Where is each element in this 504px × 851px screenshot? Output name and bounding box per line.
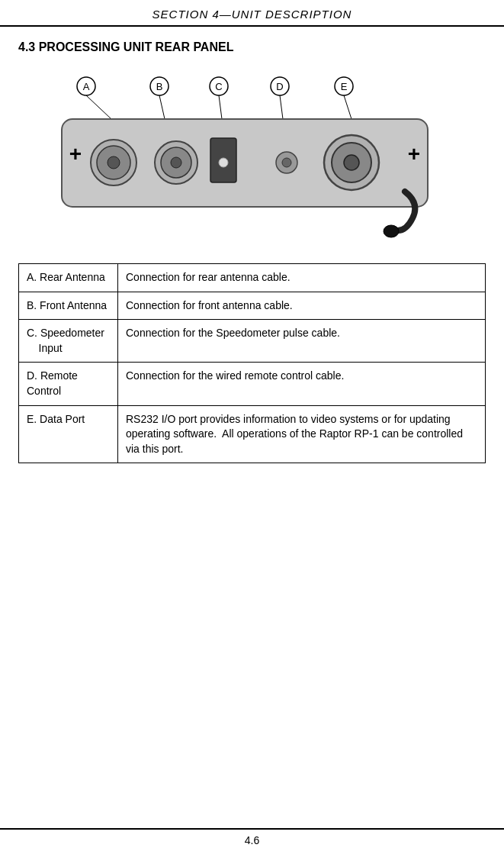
table-row: E. Data PortRS232 I/O port provides info… bbox=[19, 405, 486, 463]
table-row: A. Rear AntennaConnection for rear anten… bbox=[19, 264, 486, 292]
svg-text:D: D bbox=[276, 81, 283, 92]
svg-line-12 bbox=[219, 95, 222, 119]
page-number: 4.6 bbox=[245, 834, 259, 846]
table-cell-label: D. Remote Control bbox=[19, 363, 118, 405]
svg-line-11 bbox=[159, 95, 165, 119]
table-cell-description: Connection for the wired remote control … bbox=[118, 363, 486, 405]
rear-panel-diagram: A B C D E + + bbox=[47, 69, 458, 245]
svg-line-13 bbox=[280, 95, 283, 119]
svg-line-14 bbox=[344, 95, 352, 119]
svg-point-31 bbox=[384, 225, 399, 237]
table-row: B. Front AntennaConnection for front ant… bbox=[19, 292, 486, 320]
svg-point-23 bbox=[171, 157, 181, 168]
diagram-container: A B C D E + + bbox=[18, 69, 486, 245]
svg-text:B: B bbox=[156, 81, 162, 92]
page-footer: 4.6 bbox=[0, 828, 504, 851]
page-header: SECTION 4—UNIT DESCRIPTION bbox=[0, 0, 504, 27]
svg-text:+: + bbox=[69, 142, 81, 166]
svg-point-30 bbox=[344, 155, 359, 170]
table-cell-description: Connection for front antenna cable. bbox=[118, 292, 486, 320]
svg-line-10 bbox=[86, 95, 111, 119]
table-cell-label: C. Speedometer Input bbox=[19, 320, 118, 363]
table-cell-label: B. Front Antenna bbox=[19, 292, 118, 320]
main-content: 4.3 PROCESSING UNIT REAR PANEL A B C D E bbox=[0, 27, 504, 471]
info-table: A. Rear AntennaConnection for rear anten… bbox=[18, 263, 486, 463]
table-row: C. Speedometer InputConnection for the S… bbox=[19, 320, 486, 363]
table-cell-description: Connection for rear antenna cable. bbox=[118, 264, 486, 292]
svg-point-20 bbox=[108, 156, 120, 169]
svg-text:E: E bbox=[340, 81, 347, 92]
svg-text:A: A bbox=[82, 81, 89, 92]
section-title: 4.3 PROCESSING UNIT REAR PANEL bbox=[18, 40, 486, 54]
table-cell-label: A. Rear Antenna bbox=[19, 264, 118, 292]
header-title: SECTION 4—UNIT DESCRIPTION bbox=[152, 8, 352, 21]
table-row: D. Remote ControlConnection for the wire… bbox=[19, 363, 486, 405]
table-cell-label: E. Data Port bbox=[19, 405, 118, 463]
svg-text:+: + bbox=[407, 142, 419, 166]
svg-point-25 bbox=[219, 158, 228, 167]
table-cell-description: Connection for the Speedometer pulse cab… bbox=[118, 320, 486, 363]
svg-point-27 bbox=[282, 158, 291, 167]
table-cell-description: RS232 I/O port provides information to v… bbox=[118, 405, 486, 463]
svg-text:C: C bbox=[215, 81, 222, 92]
